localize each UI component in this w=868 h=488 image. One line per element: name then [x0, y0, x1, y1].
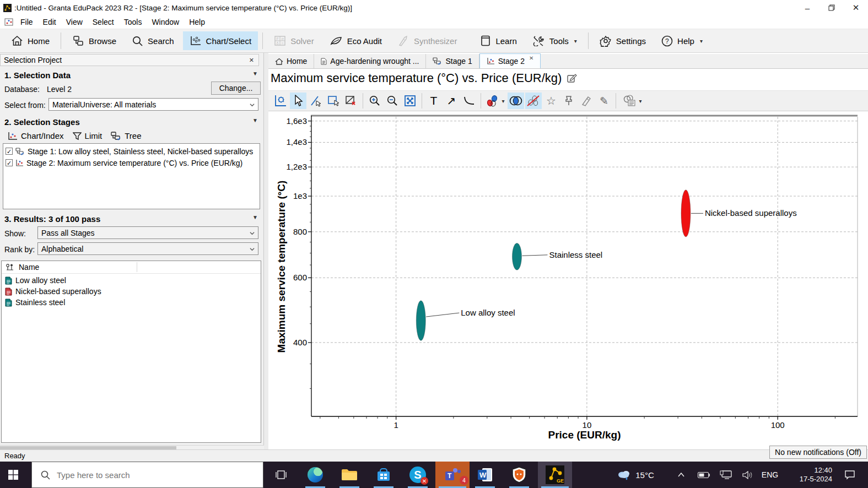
store-button[interactable] [370, 462, 397, 488]
volume-tray-button[interactable] [738, 462, 757, 488]
tab-stage-2[interactable]: Stage 2 ✕ [479, 53, 541, 68]
chart-index-button[interactable]: Chart/Index [3, 129, 68, 142]
taskbar-search[interactable] [31, 462, 263, 488]
section-collapse-icon[interactable]: ▼ [252, 117, 258, 123]
stage2-checkbox[interactable]: ✓ [6, 159, 13, 166]
autoscale-button[interactable] [402, 93, 418, 109]
edit-title-icon[interactable] [567, 73, 577, 83]
settings-button[interactable]: Settings [593, 31, 653, 51]
chart-bubble[interactable] [416, 301, 425, 341]
result-row[interactable]: Low alloy steel [2, 275, 261, 286]
search-button[interactable]: Search [125, 31, 181, 50]
granta-edupack-button[interactable]: GE [538, 462, 572, 488]
tab-home[interactable]: Home [268, 54, 314, 68]
select-cursor-button[interactable] [290, 93, 306, 109]
learn-button[interactable]: Learn [473, 31, 523, 50]
bubble-label[interactable]: Stainless steel [549, 250, 602, 259]
chart-canvas[interactable]: 1101001,6e31,4e31,2e31e3800600400Price (… [268, 112, 868, 449]
section-collapse-icon[interactable]: ▼ [252, 214, 258, 220]
clock-tray-button[interactable]: 12:40 17-5-2024 [785, 462, 832, 488]
edge-button[interactable] [302, 462, 328, 488]
bubble-label[interactable]: Nickel-based superalloys [705, 208, 797, 218]
solver-button[interactable]: Fσδ= Solver [267, 31, 321, 50]
annotate-pencil-button[interactable]: ✎ [596, 93, 612, 109]
menu-help[interactable]: Help [184, 17, 210, 28]
eco-audit-button[interactable]: Eco Audit [323, 31, 389, 50]
export-records-button[interactable]: ▾ [619, 93, 645, 109]
rank-by-combobox[interactable]: Alphabetical [37, 242, 258, 255]
box-select-button[interactable] [325, 93, 342, 109]
arrow-annotation-button[interactable]: ↗ [443, 93, 460, 109]
zoom-in-button[interactable] [366, 93, 383, 109]
show-combobox[interactable]: Pass all Stages [37, 226, 258, 239]
file-explorer-button[interactable] [336, 462, 363, 488]
tools-dropdown-icon[interactable]: ▾ [574, 38, 577, 44]
battery-tray-button[interactable] [694, 462, 713, 488]
hide-failed-records-button[interactable] [525, 93, 542, 109]
select-from-combobox[interactable]: MaterialUniverse: All materials [48, 98, 258, 111]
chart-bubble[interactable] [512, 243, 521, 270]
text-annotation-button[interactable]: T [425, 93, 442, 109]
show-overlaps-button[interactable] [508, 93, 524, 109]
search-input[interactable] [57, 470, 239, 480]
menu-window[interactable]: Window [147, 17, 184, 28]
home-button[interactable]: Home [4, 31, 56, 50]
chart-select-button[interactable]: Chart/Select [183, 31, 258, 50]
tab-stage-1[interactable]: Stage 1 [426, 54, 479, 68]
highlight-pen-button[interactable] [578, 93, 595, 109]
clear-selection-button[interactable] [343, 93, 359, 109]
menu-view[interactable]: View [61, 17, 88, 28]
line-select-button[interactable] [308, 93, 324, 109]
network-tray-button[interactable] [716, 462, 735, 488]
menu-file[interactable]: File [15, 17, 38, 28]
bubble-label[interactable]: Low alloy steel [461, 308, 515, 317]
weather-widget[interactable]: 15°C [611, 462, 660, 488]
word-button[interactable]: W [472, 462, 498, 488]
limit-button[interactable]: Limit [68, 129, 107, 142]
task-view-button[interactable] [268, 462, 294, 488]
skype-button[interactable]: S ✕ [405, 462, 431, 488]
browse-button[interactable]: Browse [66, 31, 123, 50]
minimize-button[interactable]: – [795, 0, 820, 15]
chart-properties-button[interactable] [272, 93, 289, 109]
stage-list-item[interactable]: ✓ Stage 1: Low alloy steel, Stainless st… [3, 145, 260, 157]
horizontal-scrollbar[interactable] [0, 445, 264, 449]
tree-button[interactable]: Tree [106, 129, 145, 142]
bubble-color-button[interactable]: ▾ [484, 93, 506, 109]
bubble-color-dropdown-icon[interactable]: ▾ [502, 98, 504, 104]
shield-app-button[interactable] [506, 462, 532, 488]
zoom-out-button[interactable] [384, 93, 401, 109]
chart-bubble[interactable] [681, 190, 691, 237]
help-dropdown-icon[interactable]: ▾ [700, 38, 703, 44]
tray-chevron-button[interactable] [673, 462, 689, 488]
synthesizer-button[interactable]: Synthesizer [391, 31, 463, 50]
tab-age-hardening-wrought[interactable]: Age-hardening wrought ... [314, 54, 426, 68]
results-header-row[interactable]: Name [2, 261, 261, 274]
stage1-checkbox[interactable]: ✓ [6, 148, 13, 155]
language-tray-button[interactable]: ENG [759, 462, 780, 488]
menu-tools[interactable]: Tools [119, 17, 147, 28]
change-database-button[interactable]: Change... [211, 82, 261, 95]
result-row[interactable]: Stainless steel [2, 297, 261, 308]
scatter-chart[interactable]: 1101001,6e31,4e31,2e31e3800600400Price (… [268, 112, 868, 449]
start-button[interactable] [0, 462, 26, 488]
result-row[interactable]: Nickel-based superalloys [2, 286, 261, 297]
restore-button[interactable] [820, 0, 844, 15]
panel-close-icon[interactable]: ✕ [249, 57, 254, 64]
menu-select[interactable]: Select [88, 17, 119, 28]
export-dropdown-icon[interactable]: ▾ [639, 98, 641, 104]
tools-button[interactable]: Tools ▾ [526, 31, 584, 50]
close-button[interactable]: ✕ [844, 0, 868, 15]
teams-button[interactable]: T 4 [435, 462, 470, 488]
menu-edit[interactable]: Edit [38, 17, 61, 28]
section-collapse-icon[interactable]: ▼ [252, 71, 258, 77]
favorite-button[interactable]: ☆ [543, 93, 559, 109]
pin-button[interactable] [560, 93, 577, 109]
action-center-button[interactable] [838, 462, 862, 488]
tab-close-icon[interactable]: ✕ [529, 55, 533, 61]
help-button[interactable]: ? Help ▾ [655, 31, 709, 51]
column-divider[interactable] [137, 262, 137, 272]
panel-splitter[interactable] [264, 53, 268, 449]
curve-annotation-button[interactable] [461, 93, 477, 109]
stage-list-item[interactable]: ✓ Stage 2: Maximum service temperature (… [3, 157, 260, 169]
